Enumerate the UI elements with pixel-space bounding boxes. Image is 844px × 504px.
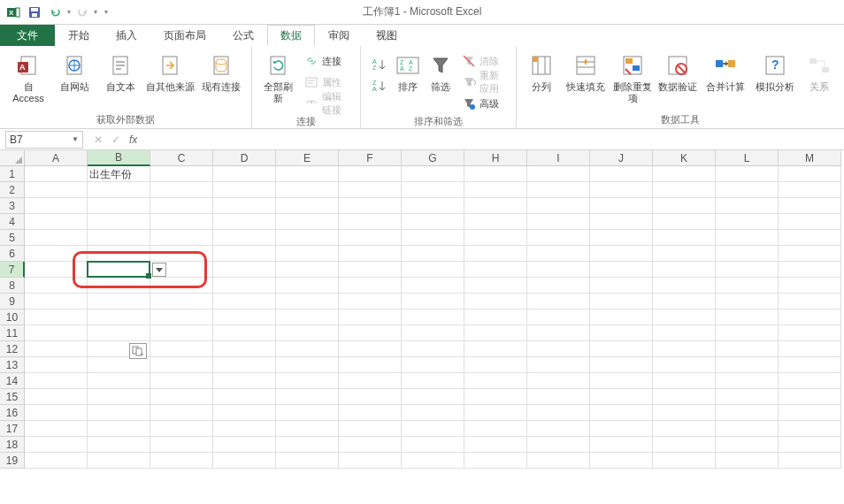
cell[interactable] <box>150 373 213 389</box>
cell[interactable] <box>213 278 276 294</box>
cell[interactable] <box>339 325 402 341</box>
cell[interactable] <box>25 405 88 421</box>
cell[interactable] <box>276 421 339 437</box>
cell[interactable] <box>88 373 150 389</box>
cell[interactable] <box>464 325 527 341</box>
cell[interactable] <box>527 357 590 373</box>
cell[interactable] <box>464 357 527 373</box>
cell[interactable] <box>213 182 276 198</box>
cell[interactable] <box>402 309 464 325</box>
cell[interactable] <box>402 405 464 421</box>
cell[interactable] <box>464 198 527 214</box>
cell[interactable] <box>213 262 276 278</box>
row-header[interactable]: 9 <box>0 294 25 309</box>
row-header[interactable]: 3 <box>0 198 25 214</box>
cell[interactable] <box>150 214 213 230</box>
advanced-filter-button[interactable]: 高级 <box>458 94 509 113</box>
cell[interactable] <box>213 230 276 246</box>
cell[interactable] <box>590 309 653 325</box>
cell[interactable] <box>150 405 213 421</box>
cell[interactable] <box>653 246 716 262</box>
cell[interactable] <box>25 357 88 373</box>
cell[interactable] <box>88 453 150 469</box>
cell[interactable] <box>276 182 339 198</box>
remove-dup-button[interactable]: 删除重复项 <box>612 50 653 104</box>
cancel-formula-icon[interactable]: ✕ <box>94 134 103 146</box>
sort-desc-button[interactable]: ZA <box>368 76 389 95</box>
column-header[interactable]: G <box>402 150 464 166</box>
cell[interactable] <box>402 437 464 453</box>
cell[interactable] <box>276 453 339 469</box>
cell[interactable] <box>716 166 779 182</box>
cell[interactable] <box>402 230 464 246</box>
cell[interactable] <box>88 357 150 373</box>
cell[interactable] <box>402 166 464 182</box>
cell[interactable] <box>716 341 779 357</box>
cell[interactable] <box>150 166 213 182</box>
cell[interactable] <box>150 246 213 262</box>
cell[interactable] <box>402 182 464 198</box>
cell[interactable] <box>150 357 213 373</box>
cell[interactable] <box>25 246 88 262</box>
data-validation-button[interactable]: 数据验证 <box>656 50 699 93</box>
cell[interactable] <box>716 405 779 421</box>
cell[interactable] <box>213 453 276 469</box>
cell[interactable] <box>716 262 779 278</box>
cell[interactable] <box>276 325 339 341</box>
cell[interactable] <box>213 437 276 453</box>
edit-links-button[interactable]: 编辑链接 <box>301 94 353 113</box>
cell[interactable] <box>716 421 779 437</box>
cell[interactable] <box>779 214 841 230</box>
tab-review[interactable]: 审阅 <box>315 25 363 46</box>
cell[interactable] <box>590 294 653 309</box>
cell[interactable] <box>464 246 527 262</box>
cell[interactable] <box>590 341 653 357</box>
cell[interactable] <box>339 309 402 325</box>
cell[interactable] <box>25 230 88 246</box>
cell[interactable] <box>88 278 150 294</box>
cell[interactable] <box>276 262 339 278</box>
cell[interactable] <box>779 262 841 278</box>
cell[interactable] <box>25 389 88 405</box>
from-web-button[interactable]: 自网站 <box>53 50 96 93</box>
cell[interactable] <box>402 421 464 437</box>
cell[interactable] <box>339 341 402 357</box>
cell[interactable] <box>150 309 213 325</box>
cell[interactable] <box>25 309 88 325</box>
formula-input[interactable] <box>137 131 844 149</box>
cell[interactable] <box>25 325 88 341</box>
cell[interactable] <box>88 230 150 246</box>
cell[interactable] <box>402 373 464 389</box>
cell[interactable] <box>653 278 716 294</box>
cell[interactable] <box>464 214 527 230</box>
cell[interactable] <box>339 182 402 198</box>
cell[interactable] <box>339 278 402 294</box>
column-header[interactable]: J <box>590 150 653 166</box>
cell[interactable] <box>150 325 213 341</box>
column-header[interactable]: M <box>779 150 841 166</box>
undo-button[interactable] <box>46 3 65 22</box>
cell[interactable] <box>779 166 841 182</box>
cell[interactable] <box>25 453 88 469</box>
cell[interactable] <box>716 278 779 294</box>
cell[interactable] <box>25 278 88 294</box>
cell[interactable] <box>464 278 527 294</box>
tab-pagelayout[interactable]: 页面布局 <box>150 25 219 46</box>
cell[interactable] <box>716 453 779 469</box>
cell[interactable] <box>779 421 841 437</box>
existing-conn-button[interactable]: 现有连接 <box>198 50 244 93</box>
cell[interactable] <box>276 278 339 294</box>
cell[interactable] <box>213 214 276 230</box>
cell[interactable] <box>779 453 841 469</box>
cell[interactable] <box>653 294 716 309</box>
validation-dropdown-button[interactable] <box>152 263 166 277</box>
cell[interactable] <box>590 262 653 278</box>
cell[interactable] <box>88 309 150 325</box>
cell[interactable] <box>716 198 779 214</box>
cell[interactable] <box>716 309 779 325</box>
row-header[interactable]: 8 <box>0 278 25 294</box>
text-to-columns-button[interactable]: 分列 <box>524 50 559 93</box>
row-header[interactable]: 5 <box>0 230 25 246</box>
cell[interactable] <box>653 357 716 373</box>
cell[interactable] <box>527 373 590 389</box>
